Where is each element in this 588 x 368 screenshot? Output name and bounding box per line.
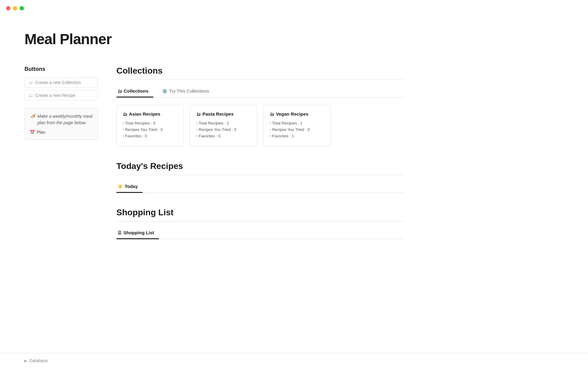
- create-recipe-label: Create a new Recipe: [35, 93, 75, 98]
- vegan-stat-1: Recipes You Tried : 0: [270, 127, 324, 132]
- tab-collections[interactable]: 🗂 Collections: [116, 86, 153, 97]
- vegan-recipes-card[interactable]: 🗂 Vegan Recipes Total Recipies : 1 Recip…: [263, 105, 331, 147]
- create-collection-label: Create a new Collection: [35, 80, 81, 85]
- traffic-lights: [6, 6, 24, 10]
- layout: Buttons 🗂 Create a new Collection 🗂 Crea…: [24, 66, 404, 254]
- shopping-divider: [116, 221, 404, 221]
- database-row[interactable]: ▶ Database: [0, 353, 588, 368]
- asian-recipes-title: 🗂 Asian Recipes: [123, 111, 177, 117]
- sidebar: Buttons 🗂 Create a new Collection 🗂 Crea…: [24, 66, 98, 140]
- main-area: Collections 🗂 Collections ⚙️ Try This Co…: [116, 66, 404, 254]
- shopping-list-title: Shopping List: [116, 208, 404, 217]
- shopping-list-section: Shopping List ☰ Shopping List: [116, 208, 404, 239]
- cards-grid: 🗂 Asian Recipes Total Recipies : 0 Recip…: [116, 105, 404, 147]
- vegan-stat-0: Total Recipies : 1: [270, 121, 324, 125]
- pasta-stat-1: Recipes You Tried : 0: [196, 127, 251, 132]
- create-recipe-button[interactable]: 🗂 Create a new Recipe: [24, 90, 98, 101]
- pasta-card-icon: 🗂: [196, 112, 201, 117]
- page-title: Meal Planner: [24, 31, 404, 48]
- vegan-stat-2: Favorites : 1: [270, 134, 324, 138]
- todays-divider: [116, 175, 404, 175]
- asian-recipes-card[interactable]: 🗂 Asian Recipes Total Recipies : 0 Recip…: [116, 105, 184, 147]
- sidebar-title: Buttons: [24, 66, 98, 72]
- try-this-tab-icon: ⚙️: [162, 89, 167, 94]
- main-content: Meal Planner Buttons 🗂 Create a new Coll…: [0, 0, 429, 278]
- todays-recipes-title: Today's Recipes: [116, 161, 404, 171]
- vegan-card-icon: 🗂: [270, 112, 274, 117]
- plan-icon: 📅: [30, 130, 35, 135]
- collection-icon: 🗂: [28, 80, 33, 85]
- shopping-tab-icon: ☰: [118, 230, 122, 235]
- tab-shopping-list[interactable]: ☰ Shopping List: [116, 228, 159, 239]
- chevron-right-icon: ▶: [24, 359, 27, 362]
- pasta-recipes-card[interactable]: 🗂 Pasta Recipes Total Recipies : 1 Recip…: [190, 105, 257, 147]
- recipe-icon: 🗂: [28, 93, 33, 98]
- pasta-recipes-title: 🗂 Pasta Recipes: [196, 111, 251, 117]
- collections-section: Collections 🗂 Collections ⚙️ Try This Co…: [116, 66, 404, 147]
- close-button[interactable]: [6, 6, 10, 10]
- minimize-button[interactable]: [13, 6, 17, 10]
- meal-icon: 🍜: [30, 113, 35, 120]
- database-label: Database: [29, 358, 48, 363]
- collections-tabs: 🗂 Collections ⚙️ Try This Collections: [116, 86, 404, 98]
- tab-today[interactable]: ☀️ Today: [116, 181, 143, 193]
- plan-link[interactable]: 📅 Plan: [30, 130, 93, 135]
- collections-title: Collections: [116, 66, 404, 76]
- todays-tabs: ☀️ Today: [116, 181, 404, 193]
- pasta-stat-0: Total Recipies : 1: [196, 121, 251, 125]
- info-card-text: 🍜 Make a weekly/monthly meal plan from t…: [30, 113, 93, 126]
- asian-card-icon: 🗂: [123, 112, 127, 117]
- maximize-button[interactable]: [20, 6, 24, 10]
- asian-stat-1: Recipes You Tried : 0: [123, 127, 177, 132]
- info-card: 🍜 Make a weekly/monthly meal plan from t…: [24, 108, 98, 140]
- vegan-recipes-title: 🗂 Vegan Recipes: [270, 111, 324, 117]
- collections-divider: [116, 79, 404, 80]
- asian-stat-2: Favorites : 0: [123, 134, 177, 138]
- tab-try-this-collections[interactable]: ⚙️ Try This Collections: [161, 86, 214, 97]
- asian-stat-0: Total Recipies : 0: [123, 121, 177, 125]
- pasta-stat-2: Favorites : 0: [196, 134, 251, 138]
- collections-tab-icon: 🗂: [118, 89, 122, 94]
- shopping-tabs: ☰ Shopping List: [116, 228, 404, 239]
- todays-recipes-section: Today's Recipes ☀️ Today: [116, 161, 404, 193]
- create-collection-button[interactable]: 🗂 Create a new Collection: [24, 77, 98, 88]
- today-tab-icon: ☀️: [118, 184, 123, 189]
